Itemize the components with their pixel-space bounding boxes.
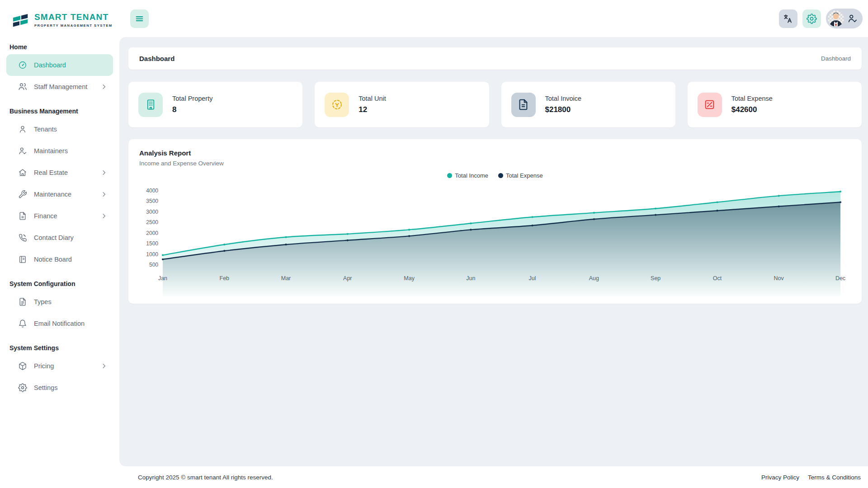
svg-text:2000: 2000 — [146, 230, 158, 236]
svg-text:3000: 3000 — [146, 209, 158, 215]
sidebar-section-title-business-management: Business Management — [0, 98, 119, 118]
brand-logo[interactable]: SMART TENANT PROPERTY MANAGEMENT SYSTEM — [0, 0, 119, 37]
sidebar-item-types[interactable]: Types — [6, 291, 113, 313]
brand-logo-icon — [11, 8, 30, 32]
stat-label: Total Expense — [731, 95, 773, 102]
breadcrumb: Dashboard — [821, 55, 851, 62]
sidebar-item-tenants[interactable]: Tenants — [6, 118, 113, 140]
report-subtitle: Income and Expense Overview — [139, 160, 851, 167]
legend-dot — [498, 173, 503, 178]
app-root: SMART TENANT PROPERTY MANAGEMENT SYSTEM … — [0, 0, 868, 488]
svg-text:2500: 2500 — [146, 219, 158, 225]
expense-icon — [698, 93, 722, 117]
stat-card-total-property: Total Property8 — [128, 82, 302, 127]
stat-card-total-invoice: Total Invoice$21800 — [501, 82, 675, 127]
sidebar-section-title-home: Home — [0, 37, 119, 54]
copyright-text: Copyright 2025 © smart tenant All rights… — [138, 474, 273, 481]
footer-link-privacy-policy[interactable]: Privacy Policy — [761, 474, 799, 481]
staff-icon — [18, 82, 27, 91]
footer-links: Privacy PolicyTerms & Conditions — [761, 474, 861, 481]
chevron-right-icon — [100, 362, 108, 370]
hamburger-icon — [134, 14, 145, 24]
sidebar-nav: HomeDashboardStaff ManagementBusiness Ma… — [0, 37, 119, 399]
translate-button[interactable] — [779, 9, 797, 28]
page-title: Dashboard — [139, 55, 175, 62]
topbar — [119, 0, 868, 37]
types-icon — [18, 297, 27, 306]
settings-button[interactable] — [802, 9, 821, 28]
chevron-right-icon — [100, 83, 108, 90]
sidebar-item-email-notification[interactable]: Email Notification — [6, 313, 113, 334]
chevron-right-icon — [100, 191, 108, 198]
gear-icon — [807, 14, 817, 24]
svg-text:1000: 1000 — [146, 251, 158, 258]
stat-label: Total Invoice — [545, 95, 582, 102]
sidebar-item-label: Notice Board — [34, 256, 72, 263]
legend-entry-total-expense[interactable]: Total Expense — [498, 172, 543, 179]
avatar — [828, 10, 844, 27]
profile-button[interactable] — [826, 9, 863, 28]
sidebar-item-label: Types — [34, 298, 52, 305]
svg-text:4000: 4000 — [146, 188, 158, 194]
footer-link-terms-conditions[interactable]: Terms & Conditions — [808, 474, 861, 481]
stat-card-total-expense: Total Expense$42600 — [688, 82, 862, 127]
sidebar-item-label: Tenants — [34, 126, 57, 133]
main-column: Dashboard Dashboard Total Property8Total… — [119, 0, 868, 488]
maintenance-icon — [18, 190, 27, 199]
content-area: Dashboard Dashboard Total Property8Total… — [119, 37, 868, 466]
legend-dot — [447, 173, 452, 178]
sidebar-item-contact-diary[interactable]: Contact Diary — [6, 227, 113, 249]
sidebar-item-real-estate[interactable]: Real Estate — [6, 162, 113, 183]
sidebar-item-finance[interactable]: Finance — [6, 205, 113, 227]
sidebar-item-maintenance[interactable]: Maintenance — [6, 183, 113, 205]
building-icon — [138, 93, 163, 117]
sidebar-item-label: Real Estate — [34, 169, 68, 176]
stat-card-total-unit: Total Unit12 — [315, 82, 489, 127]
chevron-right-icon — [100, 169, 108, 176]
analysis-report-card: Analysis Report Income and Expense Overv… — [128, 139, 862, 304]
dashboard-icon — [18, 61, 27, 70]
sidebar-item-label: Email Notification — [34, 320, 85, 327]
finance-icon — [18, 211, 27, 221]
sidebar-item-staff-management[interactable]: Staff Management — [6, 76, 113, 98]
sidebar-item-settings[interactable]: Settings — [6, 377, 113, 399]
sidebar-item-label: Settings — [34, 384, 57, 391]
sidebar-item-pricing[interactable]: Pricing — [6, 355, 113, 377]
sidebar-item-notice-board[interactable]: Notice Board — [6, 249, 113, 270]
sidebar-item-label: Pricing — [34, 362, 54, 370]
unit-icon — [325, 93, 349, 117]
sidebar-item-label: Maintainers — [34, 147, 68, 155]
page-header: Dashboard Dashboard — [128, 47, 862, 70]
contact-diary-icon — [18, 233, 27, 242]
brand-name: SMART TENANT — [34, 12, 113, 22]
real-estate-icon — [18, 168, 27, 177]
pricing-icon — [18, 361, 27, 371]
tenants-icon — [18, 125, 27, 134]
chart-area: 4000350030002500200015001000500JanFebMar… — [128, 183, 862, 304]
stat-value: $42600 — [731, 105, 773, 114]
settings-icon — [18, 383, 27, 392]
invoice-icon — [511, 93, 536, 117]
sidebar-section-title-system-settings: System Settings — [0, 334, 119, 355]
brand-tagline: PROPERTY MANAGEMENT SYSTEM — [34, 23, 113, 28]
svg-text:500: 500 — [149, 262, 158, 268]
translate-icon — [783, 14, 793, 24]
sidebar-item-maintainers[interactable]: Maintainers — [6, 140, 113, 162]
stat-label: Total Property — [172, 95, 212, 102]
chevron-right-icon — [100, 212, 108, 220]
sidebar-item-label: Dashboard — [34, 61, 66, 69]
analysis-chart: 4000350030002500200015001000500JanFebMar… — [128, 183, 862, 304]
footer: Copyright 2025 © smart tenant All rights… — [119, 466, 868, 488]
sidebar-section-title-system-configuration: System Configuration — [0, 270, 119, 291]
legend-entry-total-income[interactable]: Total Income — [447, 172, 488, 179]
sidebar-item-label: Finance — [34, 212, 57, 220]
legend-label: Total Expense — [506, 172, 543, 179]
sidebar: SMART TENANT PROPERTY MANAGEMENT SYSTEM … — [0, 0, 119, 488]
sidebar-toggle-button[interactable] — [130, 9, 149, 28]
report-title: Analysis Report — [139, 149, 851, 157]
sidebar-item-dashboard[interactable]: Dashboard — [6, 54, 113, 76]
svg-text:3500: 3500 — [146, 198, 158, 204]
chart-legend: Total IncomeTotal Expense — [139, 172, 851, 179]
email-notification-icon — [18, 319, 27, 328]
stat-value: 8 — [172, 105, 212, 114]
